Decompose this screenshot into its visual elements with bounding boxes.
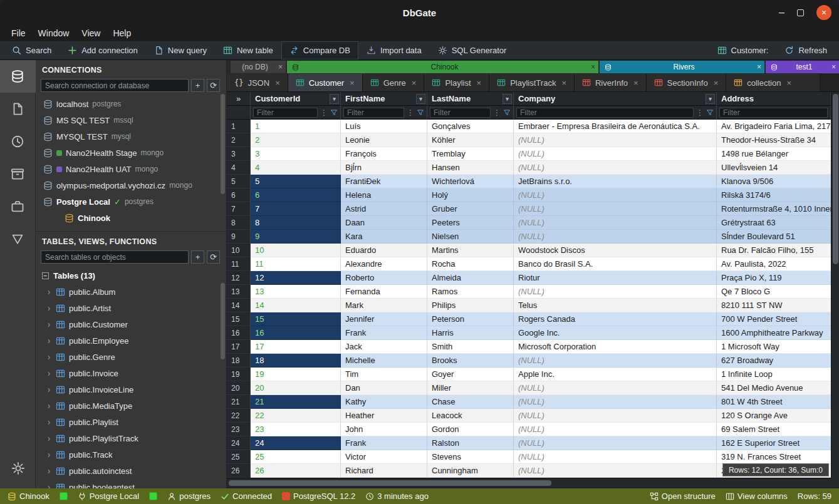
- cell-lastname[interactable]: Peeters: [427, 216, 514, 230]
- close-icon[interactable]: ×: [561, 78, 566, 88]
- cell-address[interactable]: 120 S Orange Ave: [717, 409, 831, 423]
- table-public-employee[interactable]: ›public.Employee: [36, 332, 226, 349]
- filter-menu-icon[interactable]: ⋮: [493, 108, 501, 117]
- cell-address[interactable]: Av. Paulista, 2022: [717, 257, 831, 271]
- row-number[interactable]: 21: [227, 395, 251, 409]
- cell-firstname[interactable]: Fernanda: [341, 285, 427, 299]
- cell-lastname[interactable]: Leacock: [427, 409, 514, 423]
- filter-input[interactable]: Filter: [253, 108, 318, 118]
- row-number[interactable]: 14: [227, 299, 251, 312]
- cell-customerid[interactable]: 10: [251, 244, 341, 257]
- select-all-corner[interactable]: »: [227, 92, 251, 106]
- chevron-right-icon[interactable]: ›: [46, 384, 52, 394]
- tab-playlist[interactable]: Playlist×: [424, 74, 489, 91]
- cell-company[interactable]: (NULL): [514, 395, 717, 409]
- cell-lastname[interactable]: Gonçalves: [427, 120, 514, 133]
- cell-customerid[interactable]: 16: [251, 326, 341, 340]
- cell-lastname[interactable]: Holý: [427, 188, 514, 202]
- chevron-right-icon[interactable]: ›: [46, 368, 52, 378]
- cell-address[interactable]: Sĺnder Boulevard 51: [717, 230, 831, 244]
- row-number[interactable]: 18: [227, 354, 251, 368]
- cell-company[interactable]: Google Inc.: [514, 326, 717, 340]
- chevron-right-icon[interactable]: ›: [46, 303, 52, 313]
- row-number[interactable]: 20: [227, 381, 251, 395]
- close-button[interactable]: ×: [816, 5, 831, 20]
- chevron-right-icon[interactable]: ›: [46, 450, 52, 460]
- connection-chinook[interactable]: Chinook: [36, 210, 226, 226]
- cell-company[interactable]: Woodstock Discos: [514, 244, 717, 257]
- chevron-right-icon[interactable]: ›: [46, 319, 52, 329]
- cell-firstname[interactable]: Richard: [341, 464, 427, 478]
- tab-collection[interactable]: collection×: [726, 74, 820, 91]
- tab-json[interactable]: {}JSON×: [227, 74, 288, 91]
- status-view-columns[interactable]: View columns: [726, 491, 788, 501]
- chevron-right-icon[interactable]: ›: [46, 482, 52, 488]
- cell-firstname[interactable]: François: [341, 147, 427, 161]
- table-public-album[interactable]: ›public.Album: [36, 284, 226, 300]
- cell-company[interactable]: (NULL): [514, 161, 717, 175]
- cell-customerid[interactable]: 26: [251, 464, 341, 478]
- cell-address[interactable]: 627 Broadway: [717, 354, 831, 368]
- cell-lastname[interactable]: Hansen: [427, 161, 514, 175]
- tab-genre[interactable]: Genre×: [363, 74, 425, 91]
- cell-address[interactable]: Ullevĺlsveien 14: [717, 161, 831, 175]
- toolbar-compare-db[interactable]: Compare DB: [281, 41, 358, 59]
- cell-customerid[interactable]: 1: [251, 120, 341, 133]
- cell-customerid[interactable]: 18: [251, 354, 341, 368]
- table-public-customer[interactable]: ›public.Customer: [36, 316, 226, 332]
- row-number[interactable]: 23: [227, 423, 251, 436]
- cell-customerid[interactable]: 12: [251, 271, 341, 285]
- cell-customerid[interactable]: 9: [251, 230, 341, 244]
- panel-scrollbar-bottom[interactable]: [221, 283, 225, 359]
- cell-lastname[interactable]: Ralston: [427, 436, 514, 450]
- row-number[interactable]: 9: [227, 230, 251, 244]
- cell-address[interactable]: Grétrystraat 63: [717, 216, 831, 230]
- close-icon[interactable]: ×: [477, 78, 482, 88]
- cell-firstname[interactable]: Roberto: [341, 271, 427, 285]
- column-header-customerid[interactable]: CustomerId▾: [251, 92, 341, 106]
- row-number[interactable]: 17: [227, 340, 251, 354]
- chevron-right-icon[interactable]: ›: [46, 401, 52, 411]
- cell-customerid[interactable]: 24: [251, 436, 341, 450]
- toolbar-sql-generator[interactable]: SQL Generator: [430, 41, 515, 59]
- cell-company[interactable]: Telus: [514, 299, 717, 312]
- cell-address[interactable]: Qe 7 Bloco G: [717, 285, 831, 299]
- cell-customerid[interactable]: 4: [251, 161, 341, 175]
- tab-customer[interactable]: Customer×: [288, 74, 363, 91]
- cell-lastname[interactable]: Ramos: [427, 285, 514, 299]
- cell-firstname[interactable]: Bjĺrn: [341, 161, 427, 175]
- cell-company[interactable]: (NULL): [514, 381, 717, 395]
- cell-company[interactable]: (NULL): [514, 436, 717, 450]
- cell-company[interactable]: (NULL): [514, 423, 717, 436]
- row-number[interactable]: 26: [227, 464, 251, 478]
- funnel-icon[interactable]: [330, 109, 338, 116]
- activitybar-gear-icon[interactable]: [0, 452, 36, 485]
- cell-lastname[interactable]: Martins: [427, 244, 514, 257]
- chevron-down-icon[interactable]: ▾: [416, 94, 425, 104]
- cell-firstname[interactable]: Jennifer: [341, 312, 427, 326]
- cell-company[interactable]: Apple Inc.: [514, 368, 717, 381]
- toolbar-refresh[interactable]: Refresh: [776, 41, 835, 59]
- menu-window[interactable]: Window: [32, 27, 76, 39]
- cell-lastname[interactable]: Wichterlová: [427, 175, 514, 188]
- column-header-lastname[interactable]: LastName▾: [427, 92, 514, 106]
- add-connection-button[interactable]: +: [191, 79, 204, 92]
- cell-customerid[interactable]: 13: [251, 285, 341, 299]
- cell-customerid[interactable]: 15: [251, 312, 341, 326]
- connection-nano2health-stage[interactable]: Nano2Health Stagemongo: [36, 145, 226, 161]
- status-postgre-local[interactable]: Postgre Local: [78, 491, 140, 501]
- table-public-artist[interactable]: ›public.Artist: [36, 300, 226, 316]
- vertical-scroll-thumb[interactable]: [833, 94, 838, 264]
- row-number[interactable]: 7: [227, 202, 251, 216]
- cell-company[interactable]: (NULL): [514, 285, 717, 299]
- search-tables-input[interactable]: [41, 250, 189, 264]
- cell-company[interactable]: Embraer - Empresa Brasileira de Aeronáut…: [514, 120, 717, 133]
- cell-firstname[interactable]: Dan: [341, 381, 427, 395]
- cell-customerid[interactable]: 3: [251, 147, 341, 161]
- horizontal-scrollbar[interactable]: [227, 478, 831, 488]
- cell-lastname[interactable]: Tremblay: [427, 147, 514, 161]
- row-number[interactable]: 8: [227, 216, 251, 230]
- row-number[interactable]: 1: [227, 120, 251, 133]
- connection-postgre-local[interactable]: Postgre Local✓postgres: [36, 193, 226, 210]
- table-public-invoiceline[interactable]: ›public.InvoiceLine: [36, 381, 226, 398]
